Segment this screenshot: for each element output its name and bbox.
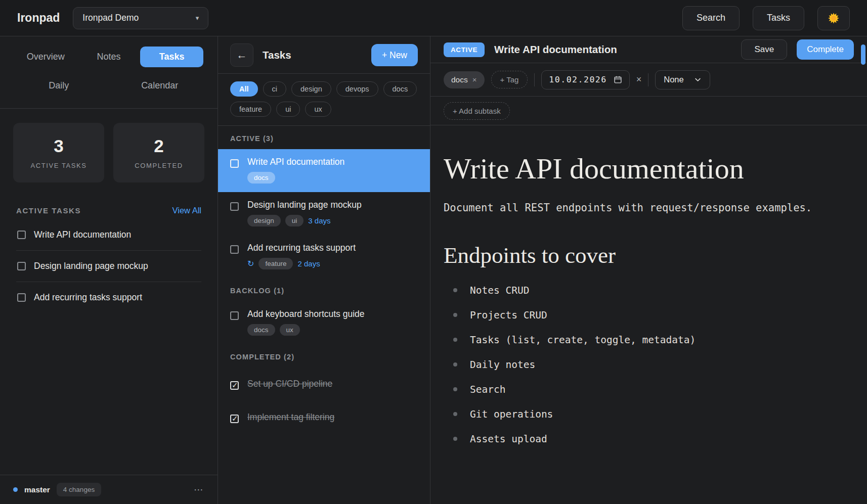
- task-title: Add recurring tasks support: [247, 243, 356, 253]
- checkbox-checked[interactable]: [230, 381, 239, 390]
- bullet-item: Git operations: [444, 408, 837, 420]
- tag-chip-docs[interactable]: docs ×: [444, 71, 485, 88]
- main-area: Overview Notes Tasks Daily Calendar 3 AC…: [0, 36, 867, 504]
- back-button[interactable]: ←: [230, 43, 253, 67]
- tasks-panel-header: ← Tasks + New: [218, 36, 430, 74]
- bullet-item: Tasks (list, create, toggle, metadata): [444, 334, 837, 346]
- tag-badge: design: [247, 215, 281, 226]
- priority-select[interactable]: None: [655, 70, 710, 89]
- task-row[interactable]: Implement tag filtering: [218, 401, 430, 434]
- filter-chip-devops[interactable]: devops: [336, 81, 378, 97]
- filter-chip-all[interactable]: All: [230, 81, 258, 97]
- tasks-button[interactable]: Tasks: [753, 6, 804, 30]
- checkbox[interactable]: [230, 311, 239, 320]
- calendar-icon[interactable]: [614, 75, 622, 84]
- scrollbar-thumb[interactable]: [861, 44, 865, 65]
- note-description: Document all REST endpoints with request…: [444, 202, 837, 214]
- list-item-label: Add recurring tasks support: [34, 292, 142, 303]
- sidebar-tabs: Overview Notes Tasks Daily Calendar: [0, 36, 218, 109]
- checkbox[interactable]: [230, 159, 239, 168]
- note-section-heading: Endpoints to cover: [444, 242, 837, 268]
- task-row[interactable]: Set up CI/CD pipeline: [218, 368, 430, 401]
- divider: [648, 73, 648, 86]
- due-date-input[interactable]: 10.02.2026: [541, 70, 629, 89]
- tag-badge: ux: [280, 324, 300, 336]
- due-date-link[interactable]: 3 days: [308, 216, 330, 225]
- bullet-item: Daily notes: [444, 359, 837, 371]
- tag-badge: feature: [258, 258, 293, 269]
- complete-button[interactable]: Complete: [797, 39, 854, 60]
- bullet-item: Assets upload: [444, 433, 837, 445]
- sidebar-tab-overview[interactable]: Overview: [14, 47, 77, 67]
- sidebar-tab-notes[interactable]: Notes: [77, 47, 141, 67]
- subtask-bar: + Add subtask: [430, 97, 867, 125]
- tasks-panel: ← Tasks + New All ci design devops docs …: [218, 36, 430, 504]
- bullet-item: Search: [444, 384, 837, 395]
- task-title: Implement tag filtering: [247, 412, 334, 423]
- app-header: Ironpad Ironpad Demo ▾ Search Tasks: [0, 0, 867, 36]
- due-date-value: 10.02.2026: [549, 75, 606, 84]
- app-logo: Ironpad: [17, 11, 60, 25]
- section-header-active: ACTIVE (3): [218, 126, 430, 149]
- project-select[interactable]: Ironpad Demo ▾: [73, 7, 208, 29]
- theme-toggle-button[interactable]: [817, 6, 850, 30]
- detail-title: Write API documentation: [494, 43, 731, 56]
- stats-cards: 3 ACTIVE TASKS 2 COMPLETED: [0, 109, 218, 194]
- section-header-completed: COMPLETED (2): [218, 344, 430, 368]
- task-row[interactable]: Add recurring tasks support ↻ feature 2 …: [218, 235, 430, 278]
- sidebar-tab-tasks[interactable]: Tasks: [140, 47, 203, 67]
- filter-chip-ux[interactable]: ux: [305, 102, 331, 117]
- bullet-item: Notes CRUD: [444, 285, 837, 296]
- checkbox[interactable]: [17, 262, 26, 270]
- stat-card-completed: 2 COMPLETED: [113, 123, 204, 182]
- filter-chip-ui[interactable]: ui: [276, 102, 300, 117]
- sidebar: Overview Notes Tasks Daily Calendar 3 AC…: [0, 36, 218, 504]
- list-item-label: Design landing page mockup: [34, 261, 148, 271]
- overflow-menu-icon[interactable]: ⋯: [194, 484, 204, 495]
- filter-chip-design[interactable]: design: [291, 81, 331, 97]
- new-task-button[interactable]: + New: [371, 44, 418, 66]
- checkbox[interactable]: [230, 202, 239, 211]
- tag-badge: ui: [285, 215, 304, 226]
- checkbox-checked[interactable]: [230, 415, 239, 423]
- app-root: Ironpad Ironpad Demo ▾ Search Tasks Over…: [0, 0, 867, 504]
- divider: [534, 73, 535, 86]
- list-item[interactable]: Write API documentation: [16, 219, 201, 250]
- filter-chip-feature[interactable]: feature: [230, 102, 271, 117]
- task-title: Set up CI/CD pipeline: [247, 379, 332, 389]
- task-row[interactable]: Add keyboard shortcuts guide docs ux: [218, 301, 430, 344]
- sun-icon: [827, 12, 840, 25]
- task-row[interactable]: Write API documentation docs: [218, 149, 430, 192]
- checkbox[interactable]: [17, 293, 26, 302]
- tag-chip-label: docs: [451, 75, 468, 84]
- list-item[interactable]: Design landing page mockup: [16, 250, 201, 282]
- clear-date-button[interactable]: ×: [636, 74, 642, 85]
- stat-label: COMPLETED: [135, 162, 183, 169]
- priority-select-value: None: [664, 75, 683, 84]
- save-button[interactable]: Save: [741, 39, 787, 60]
- task-detail-panel: ACTIVE Write API documentation Save Comp…: [430, 36, 867, 504]
- sidebar-tab-calendar[interactable]: Calendar: [128, 75, 191, 96]
- chevron-down-icon: [694, 76, 702, 83]
- due-date-link[interactable]: 2 days: [297, 259, 320, 268]
- checkbox[interactable]: [230, 245, 239, 254]
- search-button[interactable]: Search: [682, 6, 740, 30]
- filter-chip-docs[interactable]: docs: [383, 81, 417, 97]
- stat-label: ACTIVE TASKS: [30, 162, 86, 169]
- remove-tag-icon[interactable]: ×: [472, 75, 477, 84]
- add-subtask-button[interactable]: + Add subtask: [444, 102, 510, 120]
- active-tasks-heading: ACTIVE TASKS: [16, 206, 81, 215]
- branch-name: master: [24, 485, 50, 494]
- list-item[interactable]: Add recurring tasks support: [16, 282, 201, 313]
- tag-badge: docs: [247, 324, 275, 336]
- task-row[interactable]: Design landing page mockup design ui 3 d…: [218, 192, 430, 235]
- changes-badge[interactable]: 4 changes: [57, 483, 101, 496]
- filter-chip-ci[interactable]: ci: [263, 81, 286, 97]
- add-tag-button[interactable]: + Tag: [491, 71, 528, 88]
- list-item-label: Write API documentation: [34, 230, 131, 240]
- checkbox[interactable]: [17, 231, 26, 239]
- sidebar-tab-daily[interactable]: Daily: [27, 75, 91, 96]
- tag-badge: docs: [247, 172, 275, 184]
- task-title: Add keyboard shortcuts guide: [247, 309, 365, 319]
- view-all-link[interactable]: View All: [172, 206, 201, 215]
